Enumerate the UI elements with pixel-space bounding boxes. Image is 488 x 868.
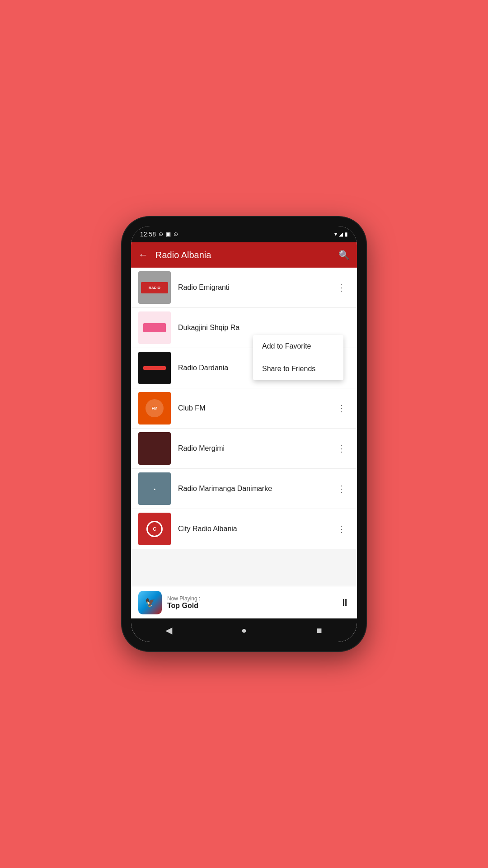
more-button-emigranti[interactable]	[333, 278, 350, 297]
nav-back-button[interactable]: ◀	[160, 621, 178, 639]
radio-thumb-dukagjini	[138, 311, 171, 344]
content-area: RADIO Radio Emigranti Add to Favorite Sh…	[131, 268, 357, 586]
radio-thumb-mergimi	[138, 432, 171, 465]
cityradio-text: C	[153, 527, 156, 532]
list-item[interactable]: FM Club FM	[131, 388, 357, 429]
radio-name-cityradio: City Radio Albania	[178, 525, 333, 533]
radio-thumb-emigranti: RADIO	[138, 271, 171, 304]
albania-eagle-icon: 🦅	[145, 598, 155, 608]
now-playing-title: Top Gold	[167, 602, 340, 610]
status-icon-2: ▣	[166, 231, 171, 237]
radio-thumb-dardania	[138, 352, 171, 384]
list-item[interactable]: ● Radio Marimanga Danimarke	[131, 469, 357, 509]
nav-recents-button[interactable]: ■	[310, 621, 328, 639]
radio-thumb-marimanga: ●	[138, 472, 171, 505]
nav-home-button[interactable]: ●	[235, 621, 253, 639]
status-left: 12:58 ⊙ ▣ ⊙	[140, 231, 178, 238]
status-icon-3: ⊙	[174, 231, 178, 237]
phone-screen: 12:58 ⊙ ▣ ⊙ ▾ ◢ ▮ Radio Albania 🔍	[131, 226, 357, 642]
now-playing-bar: 🦅 Now Playing : Top Gold	[131, 586, 357, 618]
radio-thumb-cityradio: C	[138, 513, 171, 545]
list-item[interactable]: RADIO Radio Emigranti	[131, 268, 357, 308]
nav-bar: ◀ ● ■	[131, 618, 357, 642]
radio-name-clubfm: Club FM	[178, 404, 333, 412]
radio-list: RADIO Radio Emigranti Add to Favorite Sh…	[131, 268, 357, 549]
more-button-clubfm[interactable]	[333, 399, 350, 417]
radio-name-dukagjini: Dukagjini Shqip Ra	[178, 324, 350, 332]
status-icon-1: ⊙	[159, 231, 163, 237]
pause-button[interactable]	[340, 597, 350, 609]
clubfm-logo: FM	[145, 399, 164, 417]
status-time: 12:58	[140, 231, 156, 238]
context-menu: Add to Favorite Share to Friends	[253, 335, 343, 380]
marimanga-logo: ●	[154, 487, 155, 491]
wifi-icon: ▾	[334, 231, 337, 237]
phone-frame: 12:58 ⊙ ▣ ⊙ ▾ ◢ ▮ Radio Albania 🔍	[122, 217, 366, 651]
status-right-icons: ▾ ◢ ▮	[334, 231, 348, 237]
signal-icon: ◢	[339, 231, 343, 237]
add-to-favorite-item[interactable]: Add to Favorite	[253, 335, 343, 358]
radio-name-mergimi: Radio Mergimi	[178, 444, 333, 453]
more-button-cityradio[interactable]	[333, 520, 350, 538]
app-bar-title: Radio Albania	[155, 250, 338, 260]
cityradio-logo: C	[146, 521, 163, 537]
more-button-marimanga[interactable]	[333, 480, 350, 498]
dukagjini-logo	[143, 323, 166, 332]
back-button[interactable]	[138, 249, 148, 261]
dardania-logo	[143, 366, 166, 370]
emigranti-logo: RADIO	[141, 282, 168, 293]
now-playing-info: Now Playing : Top Gold	[167, 595, 340, 610]
now-playing-app-icon: 🦅	[138, 591, 162, 614]
list-item[interactable]: C City Radio Albania	[131, 509, 357, 549]
radio-name-marimanga: Radio Marimanga Danimarke	[178, 485, 333, 493]
radio-thumb-clubfm: FM	[138, 392, 171, 425]
clubfm-text: FM	[152, 406, 158, 410]
now-playing-label: Now Playing :	[167, 595, 340, 602]
app-bar: Radio Albania 🔍	[131, 242, 357, 268]
status-bar: 12:58 ⊙ ▣ ⊙ ▾ ◢ ▮	[131, 226, 357, 242]
radio-name-emigranti: Radio Emigranti	[178, 283, 333, 292]
share-to-friends-item[interactable]: Share to Friends	[253, 358, 343, 380]
battery-icon: ▮	[345, 231, 348, 237]
more-button-mergimi[interactable]	[333, 439, 350, 458]
search-icon[interactable]: 🔍	[338, 250, 350, 260]
list-item[interactable]: Radio Mergimi	[131, 429, 357, 469]
